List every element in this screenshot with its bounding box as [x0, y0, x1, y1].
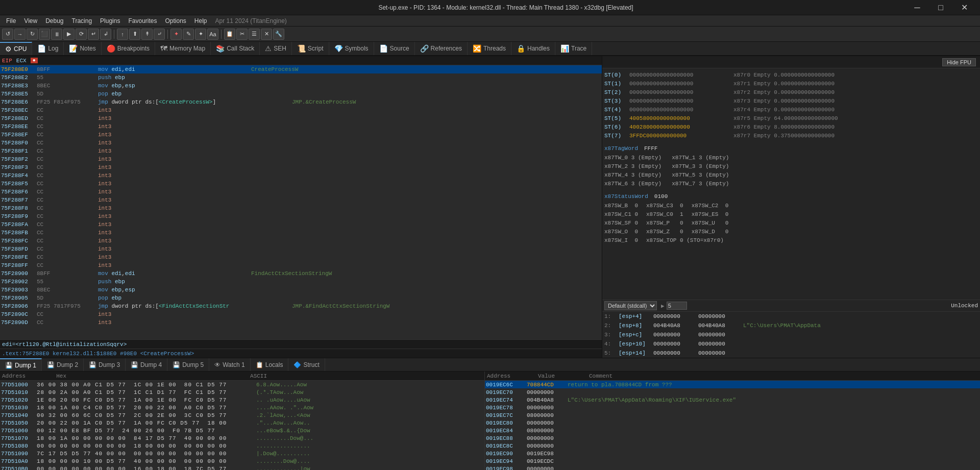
disasm-row[interactable]: 75F288E2 55 push ebp [0, 73, 602, 82]
btab-dump2[interactable]: 💾 Dump 2 [42, 358, 84, 371]
tab-symbols[interactable]: 💎 Symbols [329, 42, 374, 55]
disasm-row[interactable]: 75F288F7CCint3 [0, 196, 602, 204]
callstack-row[interactable]: 0019EC98 00000000 [485, 465, 980, 470]
tb-step-ret[interactable]: ↲ [100, 29, 111, 40]
disasm-row[interactable]: 75F288FFCCint3 [0, 261, 602, 269]
disasm-row[interactable]: 75F288F6CCint3 [0, 188, 602, 196]
menu-plugins[interactable]: Plugins [96, 16, 124, 26]
btab-dump4[interactable]: 💾 Dump 4 [126, 358, 167, 371]
tb-run[interactable]: ▶ [63, 29, 75, 40]
disasm-row[interactable]: 75F288EC CC int3 [0, 106, 602, 114]
calling-conv-select[interactable]: Default (stdcall) [604, 301, 657, 310]
menu-debug[interactable]: Debug [41, 16, 67, 26]
tab-memorymap[interactable]: 🗺 Memory Map [155, 42, 211, 55]
tab-breakpoints[interactable]: 🔴 Breakpoints [102, 42, 155, 55]
dump-row[interactable]: 77D51080 00 00 00 00 00 00 00 00 18 00 0… [0, 442, 484, 450]
dump-row[interactable]: 77D51000 36 00 38 00 A0 C1 D5 77 1C 00 1… [0, 381, 484, 388]
callstack-row[interactable]: 0019EC94 0019ECDC [485, 457, 980, 465]
disasm-row[interactable]: 75F28905 5D pop ebp [0, 294, 602, 302]
disasm-row[interactable]: 75F288F5CCint3 [0, 180, 602, 188]
dump-row[interactable]: 77D51010 28 00 2A 00 A0 C1 D5 77 1C C1 D… [0, 388, 484, 396]
tab-threads[interactable]: 🔀 Threads [468, 42, 511, 55]
disasm-row[interactable]: 75F288E6 FF25 F814F975 jmp dword ptr ds:… [0, 98, 602, 106]
dump-scroll[interactable]: 77D51000 36 00 38 00 A0 C1 D5 77 1C 00 1… [0, 381, 484, 470]
tab-callstack[interactable]: 📚 Call Stack [211, 42, 260, 55]
dump-row[interactable]: 77D51070 18 00 1A 00 00 00 00 00 84 17 D… [0, 434, 484, 442]
tb-aa[interactable]: Aa [207, 29, 218, 40]
menu-options[interactable]: Options [161, 16, 190, 26]
disasm-row[interactable]: 75F288E0 8BFF mov edi,edi CreateProcessW [0, 65, 602, 73]
menu-file[interactable]: File [2, 16, 20, 26]
disasm-row[interactable]: 75F288F0CCint3 [0, 139, 602, 147]
tab-handles[interactable]: 🔒 Handles [511, 42, 555, 55]
disasm-row[interactable]: 75F288F1CCint3 [0, 147, 602, 155]
close-button[interactable]: ✕ [952, 0, 976, 15]
tab-references[interactable]: 🔗 References [415, 42, 468, 55]
disasm-row[interactable]: 75F288F3CCint3 [0, 163, 602, 171]
tab-cpu[interactable]: ⚙ CPU [0, 42, 32, 55]
tb-menu[interactable]: ☰ [249, 29, 260, 40]
tb-scroll-up[interactable]: ↟ [141, 29, 153, 40]
disasm-row[interactable]: 75F288FCCCint3 [0, 237, 602, 245]
menu-favourites[interactable]: Favourites [124, 16, 161, 26]
disasm-row[interactable]: 75F288F9CCint3 [0, 212, 602, 220]
callstack-row[interactable]: 0019EC74 004B40A8 L"C:\Users\PMAT\AppDat… [485, 396, 980, 404]
callstack-row[interactable]: 0019EC8C 00000000 [485, 442, 980, 450]
dump-row[interactable]: 77D510B0 00 00 00 00 00 00 00 00 16 00 1… [0, 465, 484, 470]
disasm-row[interactable]: 75F28903 8BEC mov ebp,esp [0, 286, 602, 294]
tab-script[interactable]: 📜 Script [292, 42, 329, 55]
dump-row[interactable]: 77D51020 1E 00 20 00 FC C0 D5 77 1A 00 1… [0, 396, 484, 404]
callstack-row[interactable]: 0019EC84 08000000 [485, 427, 980, 434]
disasm-row[interactable]: 75F288FDCCint3 [0, 245, 602, 253]
disasm-row[interactable]: 75F288FACCint3 [0, 220, 602, 229]
tb-reload[interactable]: ⟳ [76, 29, 87, 40]
callstack-row[interactable]: 0019EC90 0019EC98 [485, 450, 980, 457]
disasm-row[interactable]: 75F288EDCCint3 [0, 114, 602, 122]
tb-step-into[interactable]: → [14, 29, 26, 40]
disasm-row[interactable]: 75F288F4CCint3 [0, 171, 602, 180]
arg-count-input[interactable] [667, 302, 687, 310]
disasm-row[interactable]: 75F288EFCCint3 [0, 131, 602, 139]
btab-dump5[interactable]: 💾 Dump 5 [167, 358, 209, 371]
dump-row[interactable]: 77D51060 00 12 00 E8 BF D5 77 24 00 26 0… [0, 427, 484, 434]
disasm-row[interactable]: 75F288F2CCint3 [0, 155, 602, 163]
tb-breakpoint[interactable]: ✦ [170, 29, 182, 40]
tab-log[interactable]: 📄 Log [32, 42, 64, 55]
tab-seh[interactable]: ⚠ SEH [260, 42, 292, 55]
tb-highlight[interactable]: ✦ [195, 29, 206, 40]
callstack-row[interactable]: 0019EC80 00000000 [485, 419, 980, 427]
btab-locals[interactable]: 📋 Locals [251, 358, 289, 371]
disasm-row[interactable]: 75F288E3 8BEC mov ebp,esp [0, 82, 602, 90]
maximize-button[interactable]: □ [929, 0, 952, 15]
disasm-row[interactable]: 75F2890CCCint3 [0, 310, 602, 318]
callstack-row[interactable]: 0019EC7C 08000000 [485, 411, 980, 419]
tb-step-in[interactable]: ↵ [88, 29, 99, 40]
callstack-row[interactable]: 0019EC6C 708844CD return to pla.708844CD… [485, 381, 980, 388]
dump-row[interactable]: 77D51030 18 00 1A 00 C4 C0 D5 77 20 00 2… [0, 404, 484, 411]
btab-dump1[interactable]: 💾 Dump 1 [0, 358, 42, 371]
disasm-row[interactable]: 75F288FECCint3 [0, 253, 602, 261]
disasm-row[interactable]: 75F28900 8BFF mov edi,edi FindActCtxSect… [0, 269, 602, 278]
tb-up2[interactable]: ⬆ [129, 29, 140, 40]
disasm-row[interactable]: 75F288E5 5D pop ebp [0, 90, 602, 98]
btab-dump3[interactable]: 💾 Dump 3 [84, 358, 126, 371]
dump-row[interactable]: 77D51050 20 00 22 00 1A C0 D5 77 1A 00 F… [0, 419, 484, 427]
disasm-row[interactable]: 75F288FBCCint3 [0, 229, 602, 237]
tab-trace[interactable]: 📊 Trace [555, 42, 592, 55]
disasm-row[interactable]: 75F28906 FF25 7817F975 jmp dword ptr ds:… [0, 302, 602, 310]
tb-up[interactable]: ↑ [117, 29, 128, 40]
tb-pencil[interactable]: ✎ [183, 29, 194, 40]
disasm-row[interactable]: 75F288EECCint3 [0, 122, 602, 131]
tb-step-over[interactable]: ↻ [27, 29, 38, 40]
tab-source[interactable]: 📄 Source [374, 42, 415, 55]
tab-notes[interactable]: 📝 Notes [64, 42, 101, 55]
callstack-scroll[interactable]: 0019EC6C 708844CD return to pla.708844CD… [485, 381, 980, 470]
tb-pause[interactable]: ⏸ [51, 29, 62, 40]
tb-restart[interactable]: ↺ [2, 29, 13, 40]
menu-view[interactable]: View [20, 16, 41, 26]
dump-row[interactable]: 77D51040 00 32 00 60 6C C0 D5 77 2C 00 2… [0, 411, 484, 419]
tb-cut[interactable]: ✂ [236, 29, 248, 40]
dump-row[interactable]: 77D51090 7C 17 D5 D5 77 40 00 00 00 00 0… [0, 450, 484, 457]
btab-struct[interactable]: 🔷 Struct [288, 358, 325, 371]
callstack-row[interactable]: 0019EC88 00000000 [485, 434, 980, 442]
